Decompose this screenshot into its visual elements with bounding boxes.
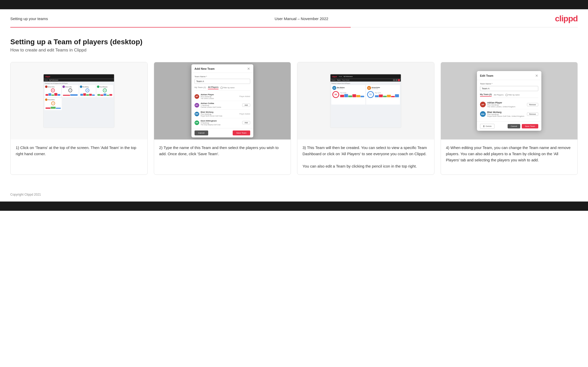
modal-player-avatar: BM bbox=[195, 112, 199, 116]
ss3-player-name-1: Blair McHarg bbox=[337, 86, 345, 88]
manual-label: User Manual – November 2022 bbox=[275, 16, 328, 21]
modal-body: Team Name * My Team (2) All Players Filt… bbox=[191, 73, 253, 128]
modal-player-club: 5 Handicap bbox=[201, 122, 221, 124]
modal-player-avatar: AC bbox=[195, 103, 199, 108]
modal-player-list: AP Adrian Player Plus Handicap The Shire… bbox=[195, 92, 250, 126]
modal-header: Add New Team ✕ bbox=[191, 64, 253, 73]
ss3-tab-stats: Player Details bbox=[342, 79, 350, 81]
modal-tab-my-team[interactable]: My Team (2) bbox=[195, 86, 206, 89]
ss1-avatar-3 bbox=[80, 85, 82, 88]
ss3-avatar-2: RB bbox=[367, 86, 371, 90]
modal-player-info: AP Adrian Player Plus Handicap The Shire… bbox=[195, 93, 214, 99]
ss3-bar bbox=[344, 94, 348, 97]
ss1-name-4: Dave Billingham bbox=[100, 86, 108, 88]
edit-player-info-2: BM Blair McHarg Plus Handicap Royal Nort… bbox=[480, 111, 524, 117]
ss3-player-1: BM Blair McHarg Plus Handicap 94 bbox=[331, 85, 365, 104]
modal-add-player-btn[interactable]: Add bbox=[242, 121, 250, 124]
ss1-player-4: Dave Billingham 78 bbox=[97, 85, 113, 97]
logo: clippd bbox=[555, 14, 578, 23]
modal-player-club2: Central London Golf Centre bbox=[201, 106, 221, 108]
page-content: Setting up a Team of players (desktop) H… bbox=[0, 28, 588, 190]
edit-player-avatar-1: AP bbox=[480, 102, 486, 107]
edit-filter-checkbox[interactable] bbox=[506, 94, 508, 96]
modal-player-row: AC Adrian Coliba 1 Handicap Central Lond… bbox=[195, 101, 250, 110]
edit-player-details-2: Blair McHarg Plus Handicap Royal North D… bbox=[487, 111, 524, 117]
edit-save-button[interactable]: Save Team bbox=[522, 124, 538, 128]
edit-modal-header: Edit Team ✕ bbox=[477, 71, 541, 80]
step-4-card: Edit Team ✕ Team Name * My Team (2) All … bbox=[441, 62, 578, 175]
edit-remove-player-1-btn[interactable]: Remove bbox=[527, 103, 538, 106]
modal-player-row: BM Blair McHarg Plus Handicap Royal Nort… bbox=[195, 110, 250, 118]
modal-cancel-button[interactable]: Cancel bbox=[195, 130, 208, 135]
ss1-bars-5 bbox=[45, 106, 61, 109]
ss3-player-sub-1: Plus Handicap bbox=[337, 88, 345, 89]
step-1-mockup: clippd Home My Performance Tracking 5 ou… bbox=[44, 74, 115, 128]
ss1-bars-4 bbox=[97, 93, 113, 96]
ss1-bar bbox=[80, 94, 83, 96]
modal-close-icon[interactable]: ✕ bbox=[247, 67, 250, 71]
edit-tab-all-players[interactable]: All Players bbox=[494, 94, 503, 96]
modal-player-club2: The Dog Maging Golf Club bbox=[201, 124, 221, 126]
ss1-avatar-1 bbox=[45, 85, 48, 88]
ss1-bar bbox=[100, 94, 103, 96]
ss1-bar bbox=[98, 94, 100, 96]
ss1-bar bbox=[51, 107, 56, 109]
ss3-players-grid: BM Blair McHarg Plus Handicap 94 bbox=[331, 85, 400, 104]
modal-filter-checkbox[interactable] bbox=[221, 87, 223, 89]
ss1-nav: Home My Performance bbox=[44, 79, 114, 82]
edit-modal-tabs: My Team (2) All Players Filter by name bbox=[480, 93, 538, 98]
ss3-bar bbox=[375, 95, 379, 97]
ss1-bar bbox=[57, 94, 60, 96]
step-3-screenshot: clippd Home My Performance Players Teams… bbox=[297, 62, 434, 139]
ss1-name-2: Adrian Coliba bbox=[65, 86, 72, 88]
ss1-score-2: 0 bbox=[68, 89, 72, 92]
modal-filter: Filter by name bbox=[221, 87, 234, 89]
ss1-bar bbox=[70, 94, 78, 96]
steps-grid: clippd Home My Performance Tracking 5 ou… bbox=[10, 62, 578, 175]
modal-player-info: DB Dave Billingham 5 Handicap The Dog Ma… bbox=[195, 120, 221, 126]
modal-add-player-btn[interactable]: Add bbox=[242, 103, 250, 107]
page-subtitle: How to create and edit Teams in Clippd bbox=[10, 48, 578, 53]
edit-remove-player-2-btn[interactable]: Remove bbox=[527, 112, 538, 116]
ss1-bar bbox=[55, 93, 57, 96]
add-team-modal: Add New Team ✕ Team Name * My Team (2) A… bbox=[191, 64, 253, 137]
step-3-card: clippd Home My Performance Players Teams… bbox=[297, 62, 434, 175]
modal-tab-all-players[interactable]: All Players bbox=[208, 86, 219, 89]
edit-player-sub-2b: Royal North Devon Golf Club, United King… bbox=[487, 115, 524, 117]
ss1-bar bbox=[56, 108, 61, 109]
modal-player-club: Plus Handicap bbox=[201, 113, 222, 115]
modal-save-button[interactable]: Save Team bbox=[233, 130, 250, 135]
modal-player-club: 1 Handicap bbox=[201, 104, 221, 106]
edit-modal-close-icon[interactable]: ✕ bbox=[535, 74, 538, 78]
ss1-name-5: Richard Butler bbox=[48, 99, 55, 100]
ss3-avatar-1: BM bbox=[332, 86, 336, 90]
ss1-topbar: clippd bbox=[44, 74, 114, 78]
edit-player-sub-1b: The Shire London, United Kingdom bbox=[487, 106, 515, 108]
modal-player-details: Dave Billingham 5 Handicap The Dog Magin… bbox=[201, 120, 221, 126]
ss1-bar bbox=[52, 94, 54, 96]
ss3-bar bbox=[352, 94, 356, 97]
ss1-bar bbox=[46, 108, 51, 109]
edit-cancel-button[interactable]: Cancel bbox=[508, 124, 520, 128]
bottom-bar bbox=[0, 202, 588, 211]
step-4-screenshot: Edit Team ✕ Team Name * My Team (2) All … bbox=[441, 62, 578, 139]
edit-player-avatar-2: BM bbox=[480, 111, 486, 117]
modal-title: Add New Team bbox=[195, 67, 215, 70]
modal-team-name-input[interactable] bbox=[195, 79, 250, 84]
ss3-score-1: 94 bbox=[332, 91, 339, 98]
ss1-score-4: 78 bbox=[103, 89, 107, 92]
modal-player-info: BM Blair McHarg Plus Handicap Royal Nort… bbox=[195, 111, 222, 117]
modal-player-details: Adrian Coliba 1 Handicap Central London … bbox=[201, 102, 221, 108]
edit-delete-button[interactable]: 🗑 Delete bbox=[480, 124, 494, 129]
ss3-subtitle: Tracking 2 players from All Players bbox=[331, 83, 400, 84]
edit-player-row-2: BM Blair McHarg Plus Handicap Royal Nort… bbox=[480, 109, 538, 119]
ss1-bars-1 bbox=[45, 93, 61, 96]
modal-player-status: Player Added bbox=[239, 95, 250, 97]
edit-team-name-input[interactable] bbox=[480, 86, 538, 91]
modal-footer: Cancel Save Team bbox=[191, 128, 253, 137]
edit-team-modal: Edit Team ✕ Team Name * My Team (2) All … bbox=[477, 71, 541, 131]
ss3-bar bbox=[356, 95, 360, 97]
edit-tab-my-team[interactable]: My Team (2) bbox=[480, 93, 492, 97]
ss3-bars-1 bbox=[340, 94, 364, 97]
ss1-bar bbox=[86, 94, 89, 96]
